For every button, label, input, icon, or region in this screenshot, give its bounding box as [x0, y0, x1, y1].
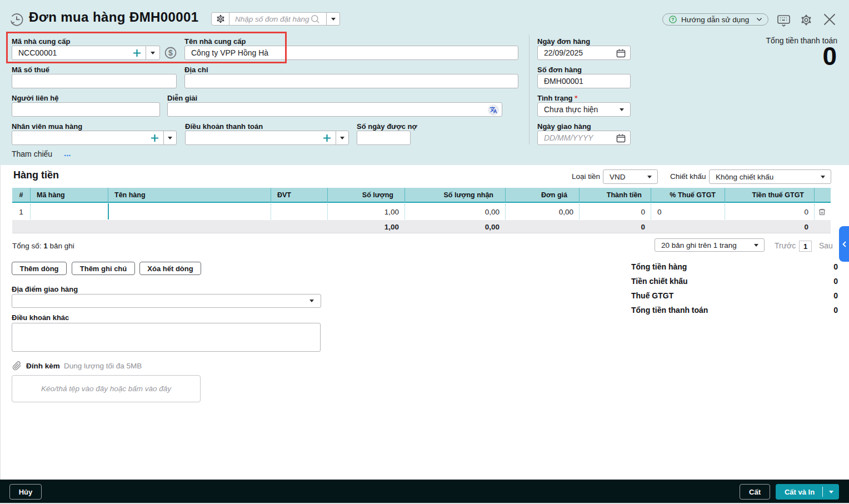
svg-text:?: ?: [671, 17, 674, 22]
